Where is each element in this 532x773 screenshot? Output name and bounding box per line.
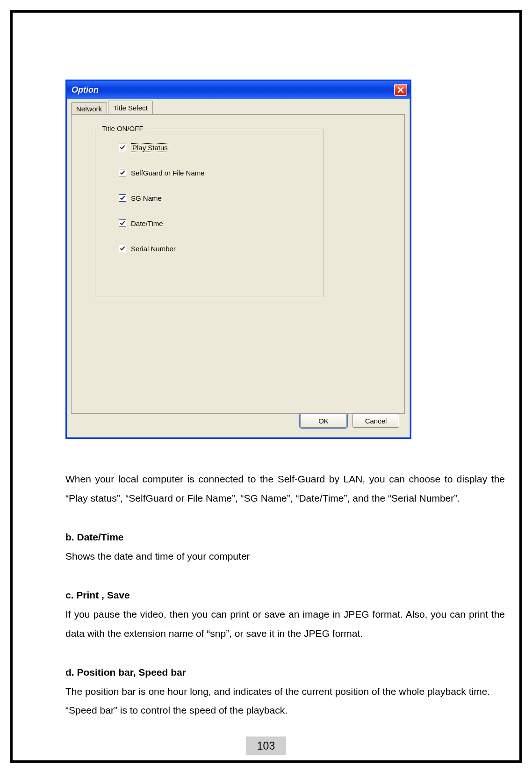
tab-network[interactable]: Network	[71, 102, 107, 114]
dialog-title: Option	[72, 85, 99, 95]
dialog-body: Network Title Select Title ON/OFF Play	[68, 100, 409, 436]
checkbox-date-time[interactable]	[119, 219, 126, 227]
heading-c: c. Print , Save	[65, 586, 505, 605]
checkmark-icon	[120, 195, 125, 201]
dialog-button-row: OK Cancel	[300, 414, 399, 428]
page-number-value: 103	[257, 740, 275, 752]
checkbox-label[interactable]: Play Status	[131, 143, 169, 152]
checkmark-icon	[120, 170, 125, 175]
checkbox-row-sgname: SG Name	[119, 193, 324, 203]
checkbox-row-play-status: Play Status	[119, 142, 324, 153]
checkbox-serial-number[interactable]	[119, 245, 126, 252]
option-dialog: Option Network Title Select	[65, 80, 411, 439]
tab-label: Network	[76, 105, 102, 113]
checkbox-selfguard-filename[interactable]	[119, 169, 126, 176]
checkbox-play-status[interactable]	[119, 144, 126, 151]
paragraph: If you pause the video, then you can pri…	[65, 605, 505, 643]
checkbox-label[interactable]: Serial Number	[131, 245, 176, 253]
checkmark-icon	[120, 220, 125, 226]
checkbox-label[interactable]: SelfGuard or File Name	[131, 169, 205, 177]
checkbox-row-selfguard: SelfGuard or File Name	[119, 168, 324, 178]
dialog-titlebar: Option	[67, 81, 410, 99]
checkmark-icon	[120, 246, 125, 251]
checkbox-label[interactable]: Date/Time	[131, 219, 163, 227]
page-content: Option Network Title Select	[65, 80, 467, 720]
groupbox-legend: Title ON/OFF	[100, 124, 145, 132]
heading-d: d. Position bar, Speed bar	[65, 663, 505, 682]
tab-title-select[interactable]: Title Select	[108, 101, 153, 114]
checkbox-row-datetime: Date/Time	[119, 218, 324, 228]
cancel-button[interactable]: Cancel	[352, 414, 399, 428]
button-label: OK	[318, 417, 329, 425]
tab-label: Title Select	[113, 104, 148, 112]
button-label: Cancel	[365, 417, 387, 425]
checkbox-sg-name[interactable]	[119, 194, 126, 202]
heading-b: b. Date/Time	[65, 528, 505, 547]
close-button[interactable]	[394, 84, 407, 96]
tab-strip: Network Title Select	[68, 100, 409, 114]
close-icon	[397, 87, 404, 93]
groupbox-title-onoff: Title ON/OFF Play Status SelfGuard or	[95, 129, 324, 297]
paragraph: The position bar is one hour long, and i…	[65, 682, 505, 721]
paragraph: Shows the date and time of your computer	[65, 547, 505, 566]
checkbox-row-serial: Serial Number	[119, 243, 324, 254]
document-text: When your local computer is connected to…	[65, 470, 505, 720]
paragraph: When your local computer is connected to…	[65, 470, 505, 508]
page-number: 103	[246, 737, 286, 755]
document-page: Option Network Title Select	[0, 0, 532, 773]
tab-page-title-select: Title ON/OFF Play Status SelfGuard or	[71, 114, 405, 414]
checkbox-label[interactable]: SG Name	[131, 194, 162, 202]
checkmark-icon	[120, 145, 125, 150]
ok-button[interactable]: OK	[300, 414, 347, 428]
